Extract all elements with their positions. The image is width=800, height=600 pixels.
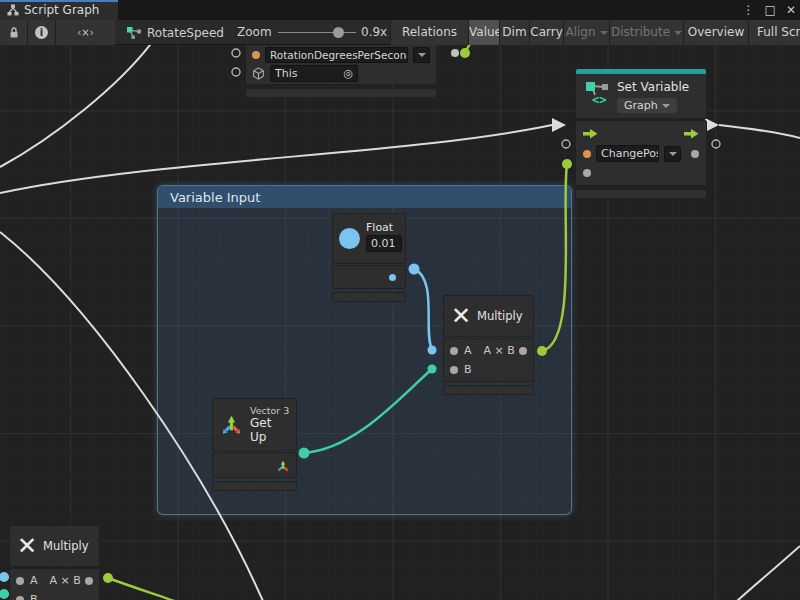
node-title: Multiply [477,309,522,323]
graph-canvas[interactable]: Variable Input [0,45,800,600]
lock-icon [8,26,20,39]
overview-button[interactable]: Overview [683,20,748,45]
flow-in-port[interactable] [583,128,598,139]
port-a-in[interactable] [450,347,458,355]
node-title: Get Up [250,416,290,444]
dim-button[interactable]: Dim [499,20,529,45]
flow-wire-out-of-set-variable[interactable] [719,125,800,138]
port-b-in[interactable] [16,596,24,600]
port-vector3-out[interactable] [276,459,290,473]
target-field[interactable]: This ◎ [270,65,358,82]
port-hollow[interactable] [232,68,240,76]
align-dropdown[interactable]: Align [563,20,609,45]
distribute-dropdown[interactable]: Distribute [609,20,683,45]
info-button[interactable]: i [27,20,55,45]
port-hollow[interactable] [232,49,240,57]
svg-text:<>: <> [592,93,606,105]
chevron-down-icon [418,53,426,57]
port-value-in[interactable] [583,169,591,177]
flow-wire[interactable] [0,45,153,167]
graph-toolbar: i ‹×› RotateSpeed Zoom 0.9x Relations Va… [0,20,800,45]
wire-end-dot [562,159,572,169]
node-vector3-get-up[interactable]: Vector 3 Get Up [212,398,297,491]
wire-end-dot [0,589,9,599]
float-value-field[interactable]: 0.01 [366,235,402,252]
group-header[interactable]: Variable Input [158,186,571,208]
code-view-button[interactable]: ‹×› [55,20,115,45]
variable-name-field[interactable]: ChangePos [596,145,659,162]
flow-wire-into-set-variable[interactable] [0,125,552,193]
variable-dropdown-button[interactable] [664,146,681,162]
group-title: Variable Input [170,190,260,205]
zoom-value: 0.9x [361,20,387,45]
port-variable-name[interactable] [583,150,591,158]
node-footer [212,481,297,491]
maximize-icon[interactable]: □ [765,3,776,17]
port-b-in[interactable] [450,366,458,374]
chevron-down-icon [669,152,677,156]
flow-wire[interactable] [737,546,800,600]
node-multiply[interactable]: ✕ Multiply A A × B B [443,295,534,395]
wire-end-dot [103,573,113,583]
gameobject-cube-icon [252,67,265,80]
node-float-literal[interactable]: Float 0.01 [332,213,406,302]
port-hollow[interactable] [712,140,720,148]
node-title: Set Variable [617,80,689,94]
wire-end-dot [460,48,470,58]
port-result-out[interactable] [519,347,527,355]
vector3-icon [219,412,244,438]
zoom-label: Zoom [237,20,272,45]
chevron-down-icon [600,31,608,35]
fullscreen-button[interactable]: Full Screen [748,20,800,45]
value-wire-green[interactable] [465,45,474,53]
port-output-dot[interactable] [451,49,459,57]
value-wire-green[interactable] [108,578,177,600]
port-result-out[interactable] [85,577,93,585]
chevron-down-icon [662,104,670,108]
close-icon[interactable]: ✕ [786,3,796,17]
port-value-out[interactable] [691,150,699,158]
multiply-x-icon: ✕ [451,304,471,328]
node-set-variable[interactable]: <> Set Variable Graph [575,68,707,199]
window-menu-icon[interactable]: ⋮ [743,3,755,17]
info-icon: i [35,26,48,39]
tab-script-graph[interactable]: Script Graph [0,0,118,20]
script-graph-window: Script Graph ⋮ □ ✕ i ‹×› [0,0,800,600]
port-float-out[interactable] [389,274,396,281]
multiply-x-icon: ✕ [17,534,37,558]
flow-arrowhead-in [552,118,566,132]
title-bar: Script Graph ⋮ □ ✕ [0,0,800,20]
tab-title: Script Graph [24,3,99,17]
port-hollow[interactable] [562,140,570,148]
scope-dropdown[interactable]: Graph [617,98,677,113]
relations-button[interactable]: Relations [390,20,468,45]
graph-icon [7,4,19,16]
object-picker-icon[interactable]: ◎ [343,67,353,80]
set-variable-icon: <> [584,80,610,105]
node-footer [443,385,534,395]
flow-out-port[interactable] [684,128,699,139]
node-footer [332,292,406,302]
code-icon: ‹×› [77,27,93,38]
variable-name-field[interactable]: RotationDegreesPerSecond [265,47,408,63]
wire-end-dot [0,572,9,582]
node-get-variable[interactable]: RotationDegreesPerSecond This ◎ [245,45,437,98]
values-button[interactable]: Values [468,20,499,45]
zoom-slider-handle[interactable] [333,27,344,38]
flow-arrowhead-out [705,118,719,132]
tab-active-indicator [0,0,118,2]
port-variable-name[interactable] [252,51,260,59]
chevron-down-icon [674,31,682,35]
float-icon [339,228,360,249]
lock-button[interactable] [0,20,27,45]
node-type-label: Vector 3 [250,405,290,416]
breadcrumb[interactable]: RotateSpeed [126,20,224,45]
zoom-slider-track[interactable] [278,32,356,33]
variable-dropdown-button[interactable] [413,47,430,63]
breadcrumb-graph-name: RotateSpeed [147,26,224,40]
node-title: Float [366,221,402,234]
node-multiply-2[interactable]: ✕ Multiply A A × B B [9,525,100,600]
node-footer [245,88,437,98]
port-a-in[interactable] [16,577,24,585]
carry-button[interactable]: Carry [529,20,563,45]
